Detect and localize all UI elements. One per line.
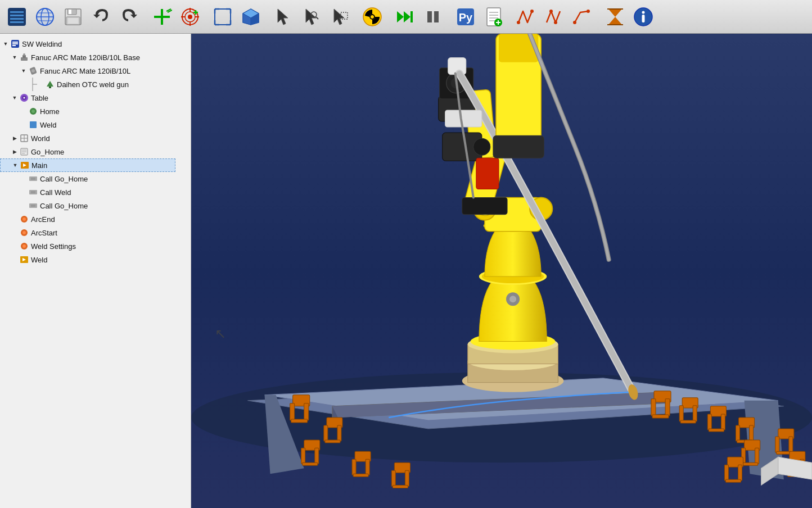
tree-item-call-go-home-2[interactable]: Call Go_Home: [0, 199, 191, 212]
select3-button[interactable]: [326, 3, 353, 30]
tree-item-arc-end[interactable]: ArcEnd: [0, 212, 191, 226]
svg-point-120: [22, 244, 26, 248]
arc-end-label: ArcEnd: [31, 215, 55, 224]
tree-arrow-go-home[interactable]: ▶: [10, 147, 19, 156]
weld-settings-label: Weld Settings: [31, 242, 76, 251]
select1-button[interactable]: [270, 3, 297, 30]
main-label: Main: [31, 161, 47, 170]
svg-rect-145: [366, 459, 369, 475]
tree-item-main[interactable]: ▼ Main: [0, 158, 175, 172]
main-area: ▼ SW Weldind ▼ Fanuc ARC Mate 120iB/10L …: [0, 34, 812, 508]
fit-button[interactable]: [209, 3, 236, 30]
tree-item-world[interactable]: ▶ World: [0, 131, 191, 145]
tree-arrow-sw-weldind[interactable]: ▼: [1, 39, 10, 48]
svg-rect-152: [651, 399, 656, 416]
cube-button[interactable]: [237, 3, 264, 30]
svg-rect-1: [10, 11, 24, 13]
toolbar: Py: [0, 0, 812, 34]
svg-point-10: [37, 8, 53, 25]
tree-item-go-home[interactable]: ▶ Go_Home: [0, 145, 191, 158]
svg-rect-133: [304, 403, 309, 420]
tree-item-weld-program[interactable]: Weld: [0, 253, 191, 266]
svg-rect-176: [775, 437, 779, 452]
tree-arrow-weld-settings: [10, 242, 19, 251]
svg-point-86: [31, 69, 35, 72]
tree-item-table[interactable]: ▼ Table: [0, 91, 191, 105]
tree-item-fanuc-arm[interactable]: ▼ Fanuc ARC Mate 120iB/10L: [0, 64, 191, 78]
svg-rect-109: [29, 190, 37, 194]
path2-button[interactable]: [541, 3, 568, 30]
pause-button[interactable]: [419, 3, 446, 30]
call-icon-2: [28, 201, 38, 211]
target-button[interactable]: [177, 3, 204, 30]
tree-item-fanuc-base[interactable]: ▼ Fanuc ARC Mate 120iB/10L Base: [0, 51, 191, 64]
svg-point-67: [530, 10, 534, 13]
fanuc-base-icon: [19, 52, 29, 62]
weld-settings-icon: [19, 241, 29, 251]
document-button[interactable]: [480, 3, 507, 30]
select2-button[interactable]: [298, 3, 325, 30]
tree-arrow-call-weld: [19, 188, 28, 197]
python-button[interactable]: Py: [452, 3, 479, 30]
call-weld-label: Call Weld: [40, 188, 71, 197]
svg-point-69: [554, 21, 557, 24]
path3-button[interactable]: [569, 3, 596, 30]
tree-arrow-main[interactable]: ▼: [11, 161, 20, 170]
svg-marker-72: [608, 9, 622, 25]
svg-rect-4: [10, 21, 24, 23]
hazard-button[interactable]: [359, 3, 386, 30]
undo-button[interactable]: [88, 3, 115, 30]
svg-rect-164: [736, 425, 740, 441]
svg-rect-3: [10, 18, 24, 20]
svg-rect-54: [427, 11, 432, 22]
tree-item-weld-gun[interactable]: Daihen OTC weld gun: [0, 78, 191, 91]
info-button[interactable]: [630, 3, 657, 30]
svg-marker-89: [47, 81, 53, 87]
tree-item-call-go-home-1[interactable]: Call Go_Home: [0, 172, 191, 185]
home-label: Home: [40, 107, 60, 116]
sw-weldind-icon: [10, 39, 20, 49]
call-go-home-1-label: Call Go_Home: [40, 175, 88, 183]
fanuc-arm-icon: [28, 66, 38, 76]
svg-rect-146: [353, 474, 368, 477]
svg-rect-165: [750, 425, 754, 441]
tree-arrow-weld-program: [10, 255, 19, 264]
tree-item-sw-weldind[interactable]: ▼ SW Weldind: [0, 37, 191, 51]
svg-rect-53: [410, 11, 413, 22]
globe-button[interactable]: [31, 3, 58, 30]
table-label: Table: [31, 94, 48, 102]
tree-arrow-fanuc-base[interactable]: ▼: [10, 53, 19, 62]
svg-rect-154: [652, 415, 669, 418]
svg-rect-2: [10, 15, 24, 16]
arc-start-label: ArcStart: [31, 229, 57, 237]
svg-rect-141: [315, 448, 319, 464]
tree-item-call-weld[interactable]: Call Weld: [0, 185, 191, 199]
svg-rect-142: [303, 462, 318, 465]
svg-rect-81: [12, 45, 16, 46]
tree-item-home[interactable]: Home: [0, 105, 191, 118]
fastforward-button[interactable]: [391, 3, 418, 30]
svg-rect-162: [709, 429, 724, 432]
tree-arrow-table[interactable]: ▼: [10, 93, 19, 102]
tree-item-weld-pos[interactable]: Weld: [0, 118, 191, 131]
svg-rect-158: [680, 420, 696, 423]
save-button[interactable]: [60, 3, 87, 30]
svg-rect-136: [324, 425, 328, 441]
path1-button[interactable]: [513, 3, 540, 30]
timer-button[interactable]: [602, 3, 629, 30]
svg-rect-161: [721, 414, 725, 430]
svg-rect-172: [724, 465, 728, 480]
tree-arrow-fanuc-arm[interactable]: ▼: [19, 66, 28, 75]
left-panel: ▼ SW Weldind ▼ Fanuc ARC Mate 120iB/10L …: [0, 34, 191, 508]
svg-point-22: [188, 15, 192, 19]
redo-button[interactable]: [116, 3, 143, 30]
tree-item-arc-start[interactable]: ArcStart: [0, 226, 191, 239]
tree-item-weld-settings[interactable]: Weld Settings: [0, 239, 191, 253]
svg-rect-209: [476, 158, 499, 189]
svg-rect-29: [215, 9, 231, 25]
main-icon: [20, 160, 30, 170]
tree-arrow-world[interactable]: ▶: [10, 134, 19, 143]
viewport[interactable]: ↖: [191, 34, 812, 508]
weld-pos-label: Weld: [40, 121, 56, 129]
add-button[interactable]: [148, 3, 175, 30]
